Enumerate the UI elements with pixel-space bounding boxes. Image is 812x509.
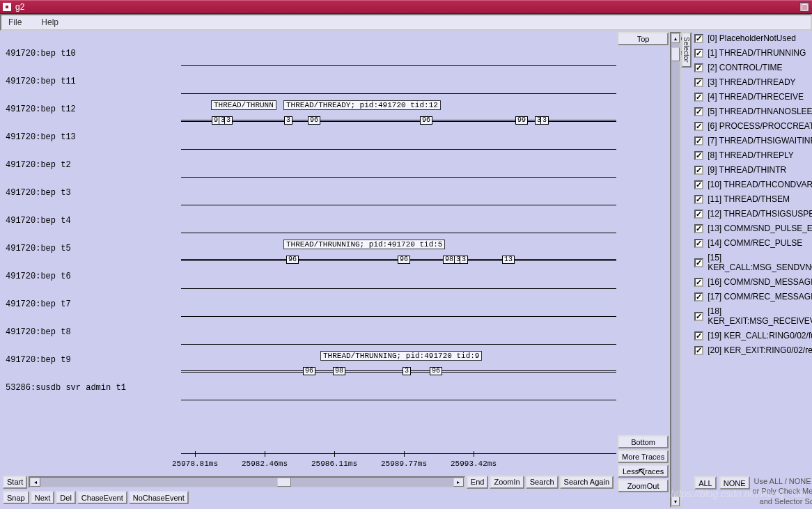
trace-line[interactable]	[181, 149, 616, 150]
scroll-thumb[interactable]	[671, 47, 680, 61]
more-traces-button[interactable]: More Traces	[618, 450, 669, 463]
event-marker[interactable]: 3	[284, 116, 292, 125]
event-marker[interactable]: 3	[224, 116, 233, 125]
event-marker[interactable]: 96	[430, 367, 442, 375]
selector-item[interactable]: [14] COMM/REC_PULSE	[694, 238, 812, 248]
window-title: g2	[15, 2, 24, 12]
event-marker[interactable]: 96	[308, 116, 320, 125]
checkbox-icon[interactable]	[694, 331, 703, 340]
selector-item[interactable]: [18] KER_EXIT:MSG_RECEIVEV/14/rcvid	[694, 306, 812, 326]
scroll-up-arrow-icon[interactable]: ▴	[671, 33, 680, 43]
event-marker[interactable]: 96	[398, 256, 410, 264]
checkbox-icon[interactable]	[694, 151, 703, 160]
zoom-in-button[interactable]: ZoomIn	[490, 476, 524, 489]
zoom-out-button[interactable]: ZoomOut	[618, 479, 669, 492]
trace-line[interactable]	[181, 316, 616, 317]
snap-button[interactable]: Snap	[3, 491, 29, 504]
del-button[interactable]: Del	[56, 491, 76, 504]
selector-item[interactable]: [7] THREAD/THSIGWAITINFO	[694, 136, 812, 146]
time-tick-label: 25989.77ms	[381, 460, 427, 468]
trace-label: 491720:bep t7	[6, 299, 71, 309]
checkbox-icon[interactable]	[694, 258, 703, 267]
chase-event-button[interactable]: ChaseEvent	[77, 491, 127, 504]
selector-item[interactable]: [1] THREAD/THRUNNING	[694, 48, 812, 58]
selector-item[interactable]: [3] THREAD/THREADY	[694, 77, 812, 87]
selector-scrollbar-label[interactable]: Selector Scrollbar	[681, 32, 692, 68]
trace-line[interactable]	[181, 205, 616, 205]
horizontal-scrollbar[interactable]: ◂▸	[29, 476, 465, 488]
checkbox-icon[interactable]	[694, 224, 703, 233]
trace-line[interactable]	[181, 344, 616, 345]
scroll-thumb[interactable]	[277, 478, 291, 487]
bottom-button[interactable]: Bottom	[618, 435, 669, 448]
checkbox-icon[interactable]	[694, 210, 703, 219]
checkbox-icon[interactable]	[694, 63, 703, 72]
trace-line[interactable]	[181, 372, 616, 373]
trace-line[interactable]	[181, 233, 616, 233]
selector-item[interactable]: [12] THREAD/THSIGSUSPEND	[694, 209, 812, 219]
checkbox-icon[interactable]	[694, 34, 703, 43]
checkbox-icon[interactable]	[694, 93, 703, 102]
start-button[interactable]: Start	[3, 476, 27, 489]
menu-bar: File Help	[0, 14, 812, 31]
top-button[interactable]: Top	[618, 32, 669, 45]
trace-line[interactable]	[181, 65, 616, 66]
checkbox-icon[interactable]	[694, 195, 703, 204]
selector-item[interactable]: [9] THREAD/THINTR	[694, 165, 812, 175]
selector-item[interactable]: [19] KER_CALL:RING0/02/func_p	[694, 331, 812, 340]
selector-item[interactable]: [11] THREAD/THSEM	[694, 194, 812, 204]
selector-item[interactable]: [0] PlaceholderNotUsed	[694, 33, 812, 43]
checkbox-icon[interactable]	[694, 49, 703, 58]
traces-vertical-scrollbar[interactable]: ▴ ▾	[670, 32, 681, 508]
scroll-right-arrow-icon[interactable]: ▸	[453, 478, 464, 487]
checkbox-icon[interactable]	[694, 107, 703, 116]
checkbox-icon[interactable]	[694, 180, 703, 189]
event-marker[interactable]: 96	[420, 116, 432, 125]
event-marker[interactable]: 99	[515, 116, 528, 125]
trace-line[interactable]	[181, 177, 616, 178]
trace-line[interactable]	[181, 288, 616, 289]
selector-item[interactable]: [20] KER_EXIT:RING0/02/ret_val	[694, 345, 812, 355]
selector-item[interactable]: [16] COMM/SND_MESSAGE	[694, 277, 812, 287]
maximize-button[interactable]: ▢	[799, 2, 809, 12]
event-marker[interactable]: 96	[286, 256, 299, 264]
checkbox-icon[interactable]	[694, 346, 703, 355]
selector-item[interactable]: [17] COMM/REC_MESSAGE	[694, 292, 812, 302]
event-marker[interactable]: 3	[460, 256, 468, 264]
checkbox-icon[interactable]	[694, 312, 703, 321]
checkbox-icon[interactable]	[694, 278, 703, 287]
selector-item[interactable]: [10] THREAD/THCONDVAR	[694, 180, 812, 189]
menu-help[interactable]: Help	[37, 16, 63, 29]
checkbox-icon[interactable]	[694, 136, 703, 146]
search-again-button[interactable]: Search Again	[560, 476, 614, 489]
trace-line[interactable]	[181, 93, 616, 94]
selector-item[interactable]: [4] THREAD/THRECEIVE	[694, 92, 812, 102]
event-marker[interactable]: 98	[333, 367, 345, 375]
next-button[interactable]: Next	[31, 491, 55, 504]
scroll-left-arrow-icon[interactable]: ◂	[30, 478, 40, 487]
checkbox-icon[interactable]	[694, 122, 703, 131]
event-marker[interactable]: 3	[540, 116, 549, 125]
selector-item[interactable]: [13] COMM/SND_PULSE_EXE	[694, 224, 812, 233]
trace-row: 491720:bep t8	[0, 323, 616, 351]
search-button[interactable]: Search	[526, 476, 559, 489]
selector-item-label: [8] THREAD/THREPLY	[708, 150, 794, 160]
event-marker[interactable]: 3	[403, 367, 411, 375]
selector-item[interactable]: [2] CONTROL/TIME	[694, 63, 812, 72]
checkbox-icon[interactable]	[694, 78, 703, 87]
window-record-icon	[3, 3, 11, 11]
end-button[interactable]: End	[467, 476, 489, 489]
trace-line[interactable]	[181, 121, 616, 122]
trace-line[interactable]	[181, 400, 616, 400]
checkbox-icon[interactable]	[694, 166, 703, 175]
selector-item[interactable]: [15] KER_CALL:MSG_SENDVNC/12/coid	[694, 253, 812, 272]
selector-item[interactable]: [5] THREAD/THNANOSLEEP	[694, 107, 812, 116]
selector-item[interactable]: [8] THREAD/THREPLY	[694, 150, 812, 160]
selector-item[interactable]: [6] PROCESS/PROCCREATE	[694, 121, 812, 131]
no-chase-event-button[interactable]: NoChaseEvent	[129, 491, 189, 504]
checkbox-icon[interactable]	[694, 292, 703, 302]
checkbox-icon[interactable]	[694, 239, 703, 248]
event-marker[interactable]: 96	[303, 367, 315, 375]
event-marker[interactable]: 13	[502, 256, 515, 264]
menu-file[interactable]: File	[4, 16, 26, 29]
